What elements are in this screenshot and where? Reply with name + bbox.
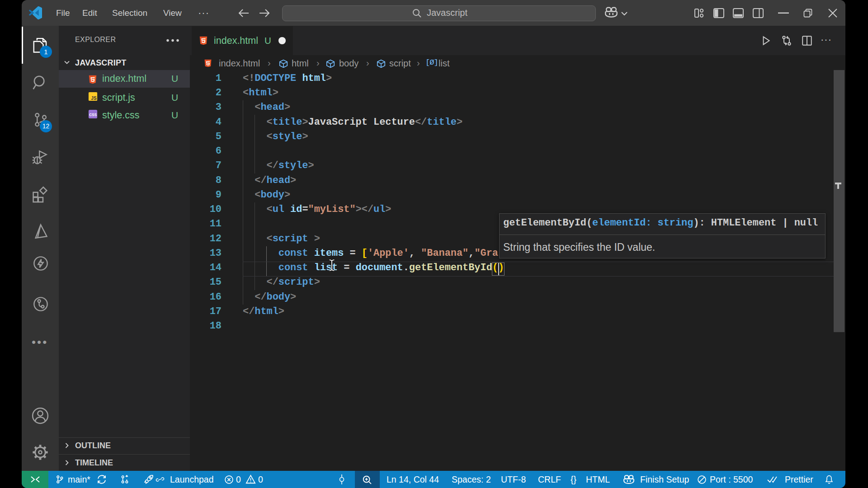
svg-text:CSS: CSS xyxy=(89,113,97,117)
svg-text:JS: JS xyxy=(91,96,97,101)
